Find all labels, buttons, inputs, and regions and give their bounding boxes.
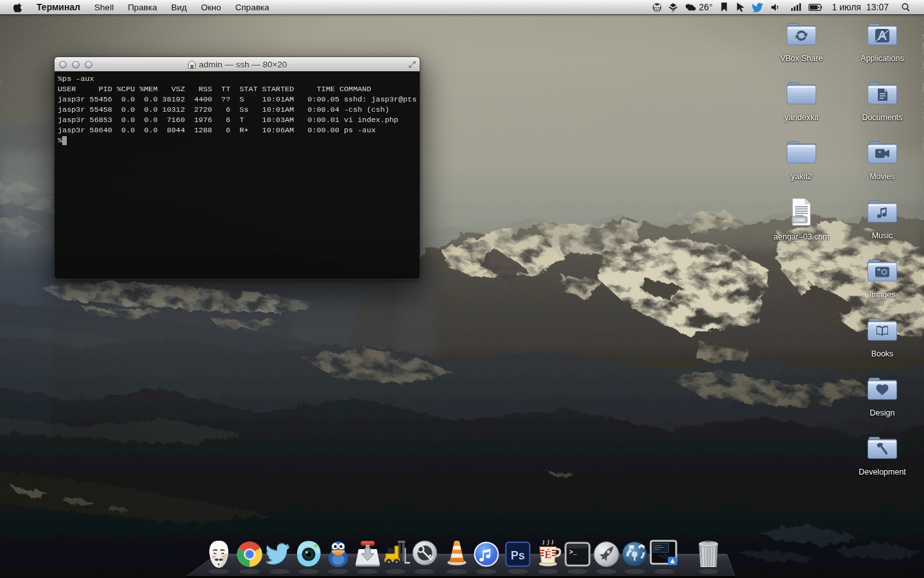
svg-text:É: É xyxy=(545,548,552,560)
svg-text:Ps: Ps xyxy=(511,549,525,562)
svg-text:>_: >_ xyxy=(569,549,578,556)
svg-text:CHM: CHM xyxy=(794,217,805,223)
